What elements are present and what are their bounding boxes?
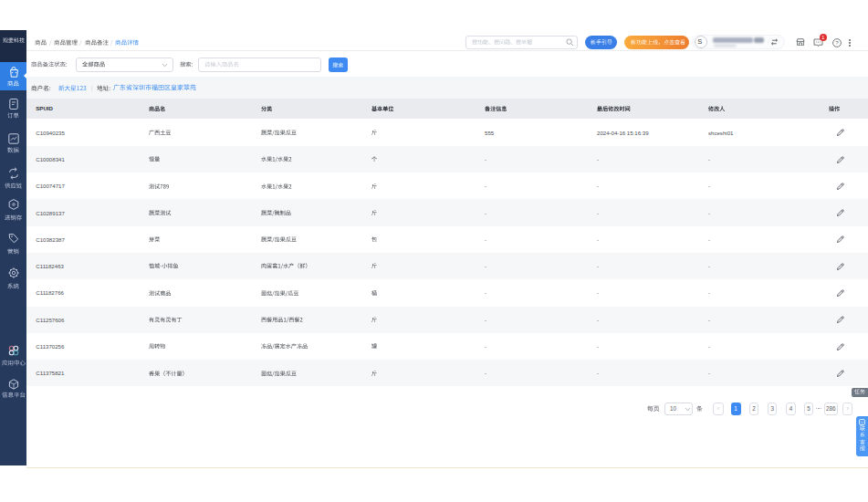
svg-text:?: ? [835,39,839,46]
